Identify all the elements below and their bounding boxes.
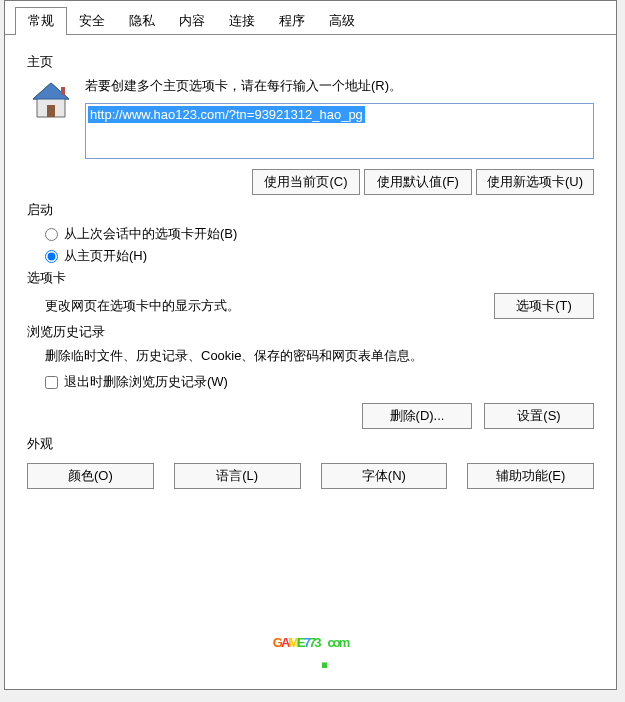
startup-last-session-radio[interactable] [45, 228, 58, 241]
tabs-settings-button[interactable]: 选项卡(T) [494, 293, 594, 319]
homepage-url-input[interactable]: http://www.hao123.com/?tn=93921312_hao_p… [85, 103, 594, 159]
use-current-button[interactable]: 使用当前页(C) [252, 169, 360, 195]
history-description: 删除临时文件、历史记录、Cookie、保存的密码和网页表单信息。 [45, 347, 594, 365]
homepage-group-label: 主页 [27, 53, 594, 71]
home-icon [27, 77, 75, 125]
tab-content[interactable]: 内容 [167, 7, 217, 34]
delete-on-exit-checkbox[interactable] [45, 376, 58, 389]
delete-history-button[interactable]: 删除(D)... [362, 403, 472, 429]
tab-bar: 常规 安全 隐私 内容 连接 程序 高级 [5, 1, 616, 34]
tab-content-panel: 主页 若要创建多个主页选项卡，请在每行输入一个地址(R)。 http://www… [5, 34, 616, 503]
languages-button[interactable]: 语言(L) [174, 463, 301, 489]
accessibility-button[interactable]: 辅助功能(E) [467, 463, 594, 489]
history-group-label: 浏览历史记录 [27, 323, 594, 341]
delete-on-exit-label: 退出时删除浏览历史记录(W) [64, 373, 228, 391]
watermark-logo: GAME773.com [273, 635, 349, 677]
tab-advanced[interactable]: 高级 [317, 7, 367, 34]
svg-rect-2 [47, 105, 55, 117]
tab-security[interactable]: 安全 [67, 7, 117, 34]
appearance-group-label: 外观 [27, 435, 594, 453]
use-default-button[interactable]: 使用默认值(F) [364, 169, 472, 195]
tab-programs[interactable]: 程序 [267, 7, 317, 34]
startup-group-label: 启动 [27, 201, 594, 219]
internet-options-dialog: 常规 安全 隐私 内容 连接 程序 高级 主页 若要创建多个主页选项卡，请在每行… [4, 0, 617, 690]
history-settings-button[interactable]: 设置(S) [484, 403, 594, 429]
startup-homepage-radio[interactable] [45, 250, 58, 263]
svg-rect-3 [61, 87, 65, 95]
use-new-tab-button[interactable]: 使用新选项卡(U) [476, 169, 594, 195]
tab-privacy[interactable]: 隐私 [117, 7, 167, 34]
homepage-instruction: 若要创建多个主页选项卡，请在每行输入一个地址(R)。 [85, 77, 594, 95]
tabs-group-label: 选项卡 [27, 269, 594, 287]
tab-connections[interactable]: 连接 [217, 7, 267, 34]
homepage-url-text: http://www.hao123.com/?tn=93921312_hao_p… [88, 106, 365, 123]
startup-homepage-label: 从主页开始(H) [64, 247, 147, 265]
tabs-description: 更改网页在选项卡中的显示方式。 [45, 297, 240, 315]
tab-general[interactable]: 常规 [15, 7, 67, 35]
fonts-button[interactable]: 字体(N) [321, 463, 448, 489]
startup-last-session-label: 从上次会话中的选项卡开始(B) [64, 225, 237, 243]
colors-button[interactable]: 颜色(O) [27, 463, 154, 489]
